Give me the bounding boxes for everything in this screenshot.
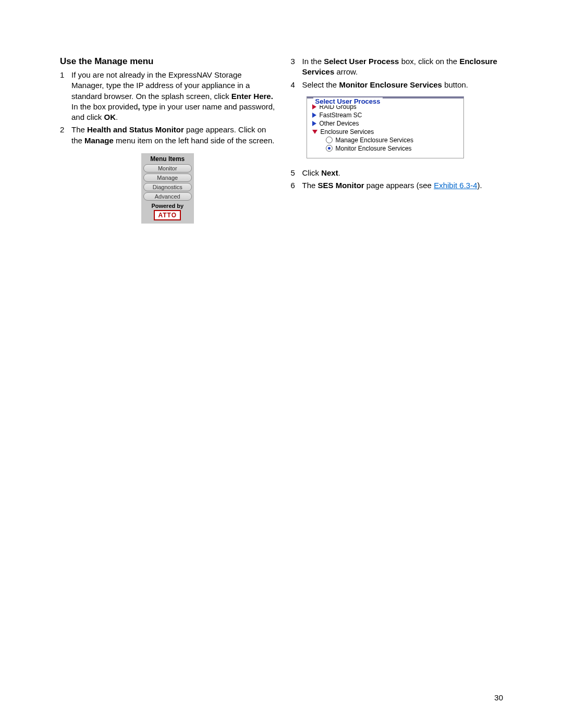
menu-item-diagnostics[interactable]: Diagnostics [143,183,192,191]
radio-label: Manage Enclosure Services [336,137,413,144]
text: button. [442,80,468,89]
step-2: 2 The Health and Status Monitor page app… [60,125,275,146]
text: In the [302,57,324,66]
step-text: If you are not already in the ExpressNAV… [71,70,275,122]
tree-item-faststream[interactable]: FastStream SC [312,111,458,119]
menu-item-manage[interactable]: Manage [143,174,192,182]
menu-items-figure: Menu Items Monitor Manage Diagnostics Ad… [141,153,194,224]
menu-item-monitor[interactable]: Monitor [143,164,192,172]
page-number: 30 [494,693,503,702]
text: In the box provided [71,102,138,111]
text: . [116,113,118,121]
text: ). [478,181,482,190]
radio-manage-enclosure[interactable]: Manage Enclosure Services [312,136,458,144]
bold-text: OK [104,113,116,121]
tree-label: FastStream SC [320,112,362,119]
tree-item-other-devices[interactable]: Other Devices [312,119,458,128]
bold-text: SES Monitor [318,181,364,190]
radio-icon [326,137,333,143]
step-6: 6 The SES Monitor page appears (see Exhi… [291,180,506,191]
step-number: 5 [291,168,302,178]
fieldset-legend: Select User Process [313,97,383,105]
text: The [71,125,87,134]
step-number: 4 [291,80,302,90]
step-text: Select the Monitor Enclosure Services bu… [302,80,506,90]
left-column: Use the Manage menu 1 If you are not alr… [60,56,275,224]
step-number: 1 [60,70,71,122]
steps-right-a: 3 In the Select User Process box, click … [291,56,506,90]
radio-monitor-enclosure[interactable]: Monitor Enclosure Services [312,144,458,153]
section-heading: Use the Manage menu [60,56,275,67]
step-text: In the Select User Process box, click on… [302,56,506,78]
step-1: 1 If you are not already in the ExpressN… [60,70,275,122]
atto-logo: ATTO [154,210,181,220]
step-text: The Health and Status Monitor page appea… [71,125,275,146]
radio-selected-icon [326,145,333,152]
text: . [338,168,340,177]
select-user-process-figure: Select User Process RAID Groups FastStre… [307,96,464,158]
step-text: Click Next. [302,168,506,178]
steps-left: 1 If you are not already in the ExpressN… [60,70,275,146]
text: page appears (see [364,181,434,190]
step-5: 5 Click Next. [291,168,506,178]
tree-label: Enclosure Services [321,128,374,135]
text: Click [302,168,322,177]
text: If you are not already in the ExpressNAV… [71,70,250,101]
radio-label: Monitor Enclosure Services [336,145,412,152]
exhibit-link[interactable]: Exhibit 6.3-4 [434,181,477,190]
text: Select the [302,80,339,89]
arrow-right-icon [312,121,316,126]
text: The [302,181,318,190]
step-text: The SES Monitor page appears (see Exhibi… [302,180,506,191]
text: arrow. [334,67,358,76]
text: box, click on the [399,57,459,66]
step-4: 4 Select the Monitor Enclosure Services … [291,80,506,90]
tree-item-enclosure-services[interactable]: Enclosure Services [312,128,458,136]
step-number: 2 [60,125,71,146]
bold-text: Health and Status Monitor [87,125,184,134]
bold-text: Select User Process [324,57,399,66]
step-number: 6 [291,180,302,191]
bold-text: Enter Here. [231,92,273,101]
bold-text: Manage [84,136,114,145]
arrow-down-icon [312,130,317,134]
menu-item-advanced[interactable]: Advanced [143,192,192,201]
bold-text: Monitor Enclosure Services [339,80,442,89]
menu-items-header: Menu Items [143,155,192,163]
powered-by-label: Powered by [143,203,192,209]
tree-label: Other Devices [320,120,359,127]
right-column: 3 In the Select User Process box, click … [291,56,506,224]
bold-text: Next [321,168,338,177]
steps-right-b: 5 Click Next. 6 The SES Monitor page app… [291,168,506,191]
step-number: 3 [291,56,302,78]
text: menu item on the left hand side of the s… [114,136,275,145]
page-body: Use the Manage menu 1 If you are not alr… [0,0,563,224]
step-3: 3 In the Select User Process box, click … [291,56,506,78]
arrow-right-icon [312,113,316,118]
